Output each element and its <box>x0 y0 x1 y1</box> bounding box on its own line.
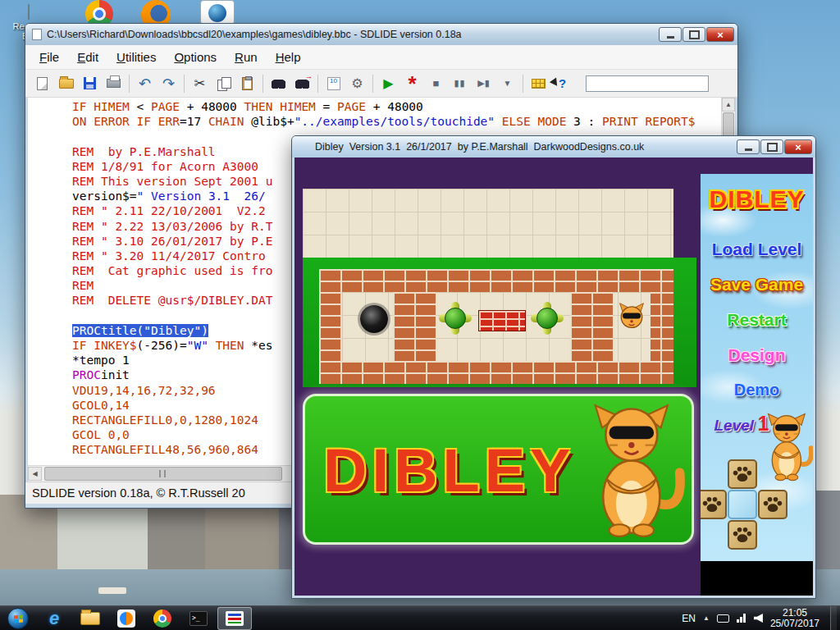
paw-tile <box>728 459 757 489</box>
ide-title: C:\Users\Richard\Downloads\bbcsdl20\exam… <box>47 29 654 40</box>
cut-button[interactable]: ✂ <box>189 73 211 94</box>
find-replace-icon <box>295 79 309 89</box>
menu-utilities[interactable]: Utilities <box>107 47 165 67</box>
taskbar-icons: e>_ <box>0 606 253 630</box>
clock[interactable]: 21:05 25/07/2017 <box>770 608 823 629</box>
print-button[interactable] <box>103 73 125 94</box>
chrome-icon <box>153 609 171 628</box>
valve-hub <box>445 308 466 329</box>
taskbar-bbc-basic-running[interactable] <box>217 607 252 630</box>
taskbar: e>_ EN ▲ 21:05 25/07/2017 <box>0 605 840 630</box>
volume-icon[interactable] <box>754 614 763 623</box>
menu-run[interactable]: Run <box>226 47 267 67</box>
menu-demo[interactable]: Demo <box>701 379 813 401</box>
open-file-icon <box>59 79 74 89</box>
step-button[interactable]: ▶▮ <box>472 73 495 94</box>
paw-tiles <box>701 459 788 550</box>
taskbar-windows-explorer[interactable] <box>73 607 107 630</box>
recycle-bin-icon <box>28 4 30 20</box>
copy-icon <box>217 77 231 90</box>
menu-save-game[interactable]: Save Game <box>701 273 813 295</box>
document-icon <box>32 29 42 40</box>
game-maximize-button[interactable] <box>760 139 783 154</box>
start-orb-icon <box>7 608 29 629</box>
ide-toolbar: ↶↷✂10⚙▶*■▮▮▶▮▼? <box>25 70 737 98</box>
menu-file[interactable]: File <box>30 47 68 67</box>
debug-button[interactable]: * <box>401 73 423 94</box>
ide-menubar: FileEditUtilitiesOptionsRunHelp <box>25 45 737 70</box>
taskbar-chrome[interactable] <box>145 607 180 630</box>
game-close-button[interactable]: × <box>784 139 812 154</box>
taskbar-command-prompt[interactable]: >_ <box>181 607 216 630</box>
immediate-mode-icon <box>532 79 546 89</box>
toolbar-separator <box>259 75 267 93</box>
settings-button[interactable]: ⚙ <box>346 73 368 94</box>
toolbar-separator <box>519 75 527 93</box>
pause-icon: ▮▮ <box>454 79 465 88</box>
cat-face-sprite <box>618 302 646 330</box>
windows-flag-icon <box>14 614 23 623</box>
find-button[interactable] <box>267 73 290 94</box>
brick-pillar <box>570 292 613 361</box>
pause-button[interactable]: ▮▮ <box>449 73 471 94</box>
ide-maximize-button[interactable] <box>682 27 705 42</box>
step-icon: ▶▮ <box>477 79 490 88</box>
line-numbers-button[interactable]: 10 <box>322 73 345 94</box>
taskbar-media-player[interactable] <box>109 607 144 630</box>
run-icon: ▶ <box>383 77 393 90</box>
paste-button[interactable] <box>236 73 258 94</box>
paste-icon <box>242 77 253 90</box>
desktop: Recycle Bin C:\Users\Richard\Downloads\b… <box>0 0 840 630</box>
more-tools-button[interactable]: ▼ <box>496 73 518 94</box>
redo-icon: ↷ <box>162 76 175 91</box>
ide-titlebar[interactable]: C:\Users\Richard\Downloads\bbcsdl20\exam… <box>25 24 737 45</box>
search-input[interactable] <box>586 75 709 92</box>
toolbar-separator <box>314 75 322 93</box>
context-help-icon: ? <box>559 77 566 89</box>
ide-minimize-button[interactable] <box>659 27 682 42</box>
clock-date: 25/07/2017 <box>770 618 819 629</box>
menu-options[interactable]: Options <box>165 47 226 67</box>
code-line[interactable]: IF HIMEM < PAGE + 48000 THEN HIMEM = PAG… <box>72 100 721 115</box>
screen-black-area <box>701 561 813 596</box>
selected-text: PROCtitle("Dibley") <box>72 324 208 337</box>
scroll-left-arrow[interactable]: ◀ <box>28 467 42 481</box>
menu-restart[interactable]: Restart <box>701 308 813 331</box>
new-file-button[interactable] <box>31 73 53 94</box>
game-window: Dibley Version 3.1 26/1/2017 by P.E.Mars… <box>291 135 816 599</box>
menu-edit[interactable]: Edit <box>68 47 107 67</box>
game-titlebar[interactable]: Dibley Version 3.1 26/1/2017 by P.E.Mars… <box>292 136 815 158</box>
redo-button[interactable]: ↷ <box>158 73 180 94</box>
run-button[interactable]: ▶ <box>377 73 399 94</box>
scroll-up-arrow[interactable]: ▲ <box>722 98 735 112</box>
copy-button[interactable] <box>212 73 235 94</box>
show-hidden-icons[interactable]: ▲ <box>703 614 710 622</box>
game-screen[interactable]: DIBLEY DIBLEY Load LevelSave GameRestart… <box>294 158 813 596</box>
game-title: Dibley Version 3.1 26/1/2017 by P.E.Mars… <box>299 141 732 153</box>
context-help-button[interactable]: ? <box>551 73 573 94</box>
network-icon[interactable] <box>737 614 746 623</box>
find-replace-button[interactable] <box>291 73 313 94</box>
language-indicator[interactable]: EN <box>682 613 696 624</box>
taskbar-internet-explorer[interactable]: e <box>37 607 71 630</box>
code-line[interactable]: ON ERROR IF ERR=17 CHAIN @lib$+"../examp… <box>72 115 721 130</box>
open-file-button[interactable] <box>55 73 77 94</box>
undo-button[interactable]: ↶ <box>134 73 156 94</box>
immediate-mode-button[interactable] <box>527 73 550 94</box>
keyboard-icon[interactable] <box>717 614 729 623</box>
save-file-button[interactable] <box>79 73 101 94</box>
menu-help[interactable]: Help <box>267 47 310 67</box>
menu-design[interactable]: Design <box>701 344 813 366</box>
desktop-icon-bbc-app[interactable] <box>200 0 235 25</box>
level-label: Level <box>714 417 755 434</box>
windows-explorer-icon <box>80 612 100 625</box>
menu-load-level[interactable]: Load Level <box>701 238 813 260</box>
bbc-app-icon <box>200 0 235 25</box>
game-minimize-button[interactable] <box>737 139 760 154</box>
stop-button[interactable]: ■ <box>425 73 447 94</box>
horizontal-scroll-thumb[interactable] <box>44 467 282 481</box>
show-desktop-button[interactable] <box>830 606 837 630</box>
ide-close-button[interactable]: × <box>706 27 734 42</box>
taskbar-start[interactable] <box>1 607 35 630</box>
brick-pillar <box>393 292 436 361</box>
